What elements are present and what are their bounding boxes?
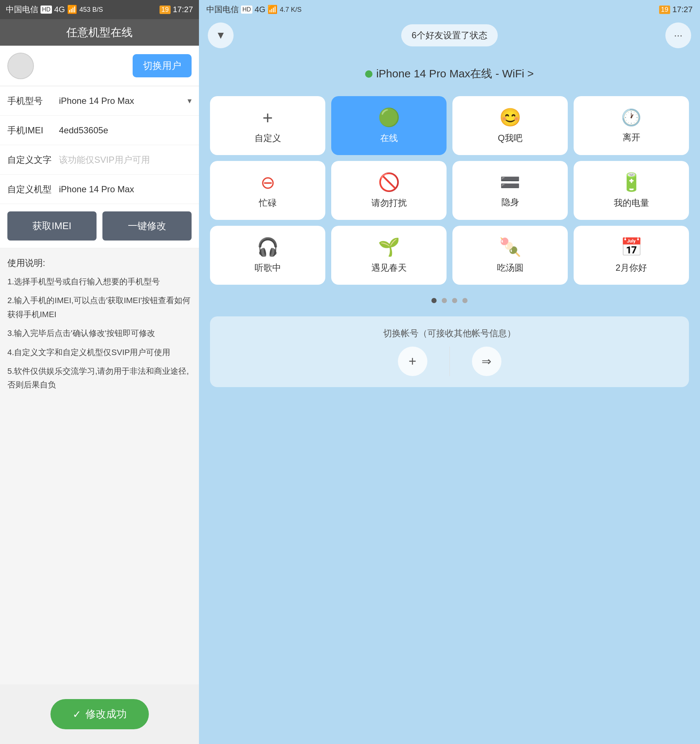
status-item-busy[interactable]: ⊖ 忙碌	[210, 161, 325, 220]
switch-icon: ⇒	[481, 354, 491, 368]
busy-icon: ⊖	[261, 172, 275, 193]
switch-account-section: 切换帐号（可接收其他帐号信息） + ⇒	[210, 316, 689, 387]
invisible-label: 隐身	[502, 196, 519, 208]
imei-row: 手机IMEI 4edd53605e	[0, 116, 199, 145]
online-status-text: iPhone 14 Pro Max在线 - WiFi >	[376, 66, 534, 81]
status-item-battery[interactable]: 🔋 我的电量	[573, 161, 689, 220]
carrier-info: 中国电信 HD 4G 📶 453 B/S	[6, 4, 103, 15]
music-icon: 🎧	[257, 237, 279, 257]
time-right: 17:27	[672, 5, 693, 14]
callme-label: Q我吧	[498, 132, 523, 144]
form-section: 手机型号 iPhone 14 Pro Max ▾ 手机IMEI 4edd5360…	[0, 86, 199, 204]
custom-model-row: 自定义机型 iPhone 14 Pro Max	[0, 174, 199, 204]
speed-right: 4.7 K/S	[280, 6, 301, 13]
battery-icon-right: 19	[659, 6, 670, 14]
app-title-bar: 任意机型在线	[0, 19, 199, 46]
get-imei-button[interactable]: 获取IMEI	[7, 211, 97, 241]
signal-right: 4G	[255, 5, 265, 14]
status-bar-right: 中国电信 HD 4G 📶 4.7 K/S 19 17:27	[199, 0, 700, 19]
status-item-invisible[interactable]: 🟰 隐身	[453, 161, 568, 220]
checkmark-icon: ✓	[73, 708, 81, 720]
dropdown-arrow-icon[interactable]: ▾	[188, 96, 192, 106]
instruction-4: 4.自定义文字和自定义机型仅SVIP用户可使用	[7, 345, 192, 359]
time-left: 17:27	[173, 5, 193, 14]
carrier-info-right: 中国电信 HD 4G 📶 4.7 K/S	[206, 4, 302, 15]
imei-value[interactable]: 4edd53605e	[55, 119, 192, 142]
online-dot-icon	[365, 70, 372, 78]
friend-status-button[interactable]: 6个好友设置了状态	[401, 24, 497, 46]
carrier-right: 中国电信	[206, 4, 239, 15]
spring-icon: 🌱	[378, 237, 400, 257]
online-icon: 🟢	[378, 107, 400, 128]
instruction-5: 5.软件仅供娱乐交流学习,请勿用于非法和商业途径,否则后果自负	[7, 364, 192, 392]
time-battery-left: 19 17:27	[159, 5, 193, 14]
phone-model-value[interactable]: iPhone 14 Pro Max	[55, 89, 188, 113]
signal-left: 4G	[54, 5, 65, 14]
dnd-icon: 🚫	[378, 172, 400, 193]
status-bar-left: 中国电信 HD 4G 📶 453 B/S 19 17:27	[0, 0, 199, 19]
success-button[interactable]: ✓ 修改成功	[51, 699, 149, 729]
status-item-tangyuan[interactable]: 🍡 吃汤圆	[453, 226, 568, 285]
imei-label: 手机IMEI	[7, 125, 55, 136]
app-title: 任意机型在线	[66, 25, 133, 40]
more-button[interactable]: ···	[665, 22, 691, 48]
instruction-2: 2.输入手机的IMEI,可以点击'获取IMEI'按钮查看如何获得手机IMEI	[7, 293, 192, 321]
custom-text-row: 自定义文字 该功能仅SVIP用户可用	[0, 145, 199, 174]
plus-icon: +	[262, 107, 273, 128]
custom-label: 自定义	[255, 132, 281, 144]
dnd-label: 请勿打扰	[371, 197, 407, 209]
battery-label: 我的电量	[614, 197, 649, 209]
dot-1	[432, 298, 436, 303]
tangyuan-label: 吃汤圆	[497, 262, 524, 274]
online-label: 在线	[380, 132, 398, 144]
status-item-online[interactable]: 🟢 在线	[331, 96, 447, 155]
left-panel: 中国电信 HD 4G 📶 453 B/S 19 17:27 任意机型在线 切换用…	[0, 0, 199, 744]
custom-model-value[interactable]: iPhone 14 Pro Max	[55, 177, 192, 201]
custom-model-label: 自定义机型	[7, 183, 55, 195]
nav-down-button[interactable]: ▼	[208, 22, 234, 48]
avatar	[7, 53, 34, 79]
status-grid: + 自定义 🟢 在线 😊 Q我吧 🕐 离开 ⊖ 忙碌 🚫 请勿打扰 🟰 隐身	[199, 89, 700, 292]
add-account-button[interactable]: +	[398, 347, 427, 376]
away-label: 离开	[623, 131, 640, 143]
top-nav: ▼ 6个好友设置了状态 ···	[199, 19, 700, 52]
online-status[interactable]: iPhone 14 Pro Max在线 - WiFi >	[199, 52, 700, 89]
status-item-music[interactable]: 🎧 听歌中	[210, 226, 325, 285]
away-icon: 🕐	[621, 108, 642, 127]
switch-user-button[interactable]: 切换用户	[133, 54, 192, 77]
invisible-icon: 🟰	[500, 173, 520, 192]
hd-badge-left: HD	[40, 6, 52, 13]
spring-label: 遇见春天	[371, 262, 407, 274]
dot-4	[462, 298, 468, 303]
status-item-away[interactable]: 🕐 离开	[573, 96, 689, 155]
action-buttons: 获取IMEI 一键修改	[0, 204, 199, 248]
status-item-dnd[interactable]: 🚫 请勿打扰	[331, 161, 447, 220]
ellipsis-icon: ···	[674, 30, 682, 41]
instructions-section: 使用说明: 1.选择手机型号或自行输入想要的手机型号 2.输入手机的IMEI,可…	[0, 248, 199, 684]
one-key-modify-button[interactable]: 一键修改	[103, 211, 192, 241]
feb-icon: 📅	[620, 237, 642, 257]
music-label: 听歌中	[255, 262, 281, 274]
dot-3	[452, 298, 457, 303]
battery-icon-left: 19	[159, 6, 171, 14]
callme-icon: 😊	[499, 107, 521, 128]
user-section: 切换用户	[0, 46, 199, 86]
add-icon: +	[408, 354, 416, 369]
wifi-left: 📶	[67, 5, 77, 14]
instructions-title: 使用说明:	[7, 257, 192, 269]
status-item-spring[interactable]: 🌱 遇见春天	[331, 226, 447, 285]
chevron-down-icon: ▼	[216, 30, 226, 41]
switch-account-buttons: + ⇒	[225, 347, 674, 376]
switch-account-button[interactable]: ⇒	[472, 347, 502, 376]
speed-left: 453 B/S	[79, 6, 103, 13]
separator	[450, 347, 450, 376]
instruction-1: 1.选择手机型号或自行输入想要的手机型号	[7, 275, 192, 289]
custom-text-input[interactable]: 该功能仅SVIP用户可用	[55, 147, 192, 173]
status-item-callme[interactable]: 😊 Q我吧	[453, 96, 568, 155]
hd-badge-right: HD	[241, 6, 252, 13]
tangyuan-icon: 🍡	[499, 237, 521, 257]
status-item-feb[interactable]: 📅 2月你好	[573, 226, 689, 285]
battery-status-icon: 🔋	[620, 172, 642, 193]
status-item-custom[interactable]: + 自定义	[210, 96, 325, 155]
feb-label: 2月你好	[616, 262, 647, 274]
